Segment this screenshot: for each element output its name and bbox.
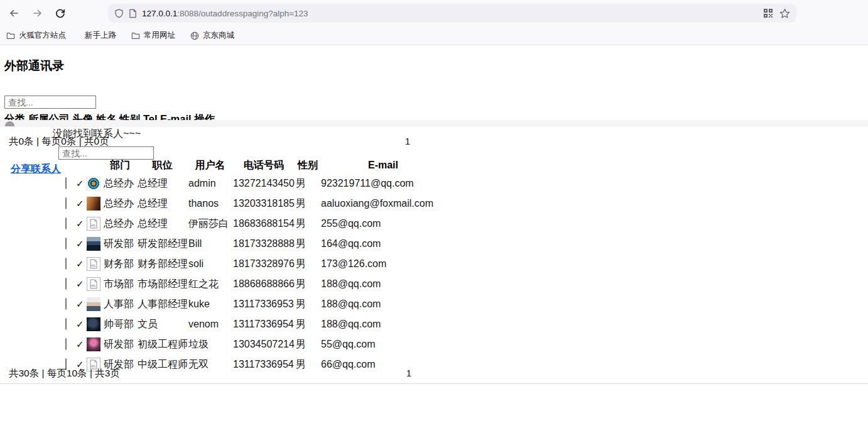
cell-phone: 13203318185 [233, 198, 296, 209]
globe-icon [190, 31, 199, 40]
cell-username: kuke [188, 299, 233, 310]
cell-position: 人事部经理 [138, 298, 188, 311]
check-mark: ✓ [76, 299, 87, 310]
cell-username: 无双 [188, 358, 233, 371]
col-header-phone: 电话号码 [232, 159, 295, 172]
cell-phone: 18868688866 [233, 278, 296, 290]
reload-button[interactable] [52, 4, 69, 22]
broken-image-icon [87, 257, 100, 271]
address-bar[interactable]: 127.0.0.1:8088/outaddresspaging?alph=123 [108, 4, 796, 23]
folder-icon [6, 31, 15, 40]
contact-table-header: 部门 职位 用户名 电话号码 性别 E-mail [65, 158, 446, 172]
browser-chrome: 127.0.0.1:8088/outaddresspaging?alph=123… [0, 0, 868, 45]
bookmark-item[interactable]: 常用网址 [131, 30, 175, 41]
broken-image-icon [87, 217, 100, 231]
cell-position: 中级工程师 [138, 358, 188, 371]
shield-icon[interactable] [114, 9, 124, 18]
cell-username: 伊丽莎白 [188, 217, 233, 231]
cell-email: 173@126.com [321, 258, 386, 270]
back-button[interactable] [5, 4, 23, 22]
cell-position: 总经理 [138, 177, 188, 190]
share-contacts-link[interactable]: 分享联系人 [11, 163, 61, 176]
page-title: 外部通讯录 [4, 58, 64, 74]
table-row: ✓ 研发部 初级工程师 垃圾 13034507214 男 55@qq.com [65, 334, 376, 354]
check-mark: ✓ [76, 339, 87, 350]
cell-gender: 男 [296, 217, 321, 231]
row-checkbox[interactable] [65, 258, 67, 270]
outer-search-input[interactable] [4, 96, 96, 109]
page-info-icon[interactable] [129, 9, 137, 18]
row-checkbox[interactable] [65, 318, 67, 330]
shared-page-number[interactable]: 1 [402, 368, 416, 378]
cell-dept: 研发部 [104, 338, 138, 351]
shared-search-input[interactable] [58, 146, 154, 160]
cell-email: 55@qq.com [321, 339, 376, 350]
check-mark: ✓ [76, 178, 87, 189]
table-row: ✓ 总经办 总经理 admin 13272143450 男 923219711@… [65, 173, 414, 194]
row-checkbox[interactable] [65, 298, 67, 310]
avatar [87, 317, 100, 331]
cell-gender: 男 [296, 278, 321, 291]
row-checkbox[interactable] [65, 217, 67, 229]
broken-image-icon [87, 277, 100, 291]
cell-username: admin [188, 178, 233, 189]
url-host: 127.0.0.1 [142, 9, 177, 18]
cell-email: aaluoxiang@foxmail.com [321, 198, 433, 209]
cell-dept: 财务部 [104, 258, 138, 271]
table-row: ✓ 财务部 财务部经理 soli 18173328976 男 173@126.c… [65, 254, 386, 274]
forward-button[interactable] [29, 4, 46, 22]
row-checkbox[interactable] [65, 338, 67, 350]
col-header-email: E-mail [320, 160, 446, 171]
col-header-gender: 性别 [295, 159, 320, 172]
shared-pagination-summary: 共30条 | 每页10条 | 共3页 [9, 367, 120, 380]
bookmark-item[interactable]: 火狐官方站点 [6, 30, 66, 41]
broken-image-icon [89, 219, 98, 229]
row-checkbox[interactable] [65, 238, 67, 249]
row-checkbox[interactable] [65, 177, 67, 189]
cell-position: 总经理 [138, 217, 188, 231]
cell-dept: 研发部 [104, 238, 138, 251]
table-row: ✓ 总经办 总经理 thanos 13203318185 男 aaluoxian… [65, 194, 433, 214]
col-header-username: 用户名 [188, 159, 232, 172]
cell-gender: 男 [296, 298, 321, 311]
bookmark-label: 京东商城 [203, 30, 234, 41]
col-header-position: 职位 [137, 159, 188, 172]
table-row: ✓ 人事部 人事部经理 kuke 13117336953 男 188@qq.co… [65, 294, 381, 314]
cell-position: 财务部经理 [138, 258, 188, 271]
cell-dept: 总经办 [104, 217, 138, 231]
cell-position: 总经理 [138, 197, 188, 211]
bookmark-star-icon[interactable] [779, 8, 790, 19]
bookmark-item[interactable]: 新手上路 [81, 30, 116, 41]
cell-phone: 18173328976 [233, 258, 296, 270]
bookmark-item[interactable]: 京东商城 [190, 30, 234, 41]
cell-gender: 男 [296, 318, 321, 331]
qr-code-icon[interactable] [763, 8, 773, 18]
cell-position: 初级工程师 [138, 338, 188, 351]
cell-gender: 男 [296, 197, 321, 211]
folder-icon [131, 31, 140, 40]
arrow-right-icon [33, 8, 43, 18]
cell-phone: 18173328888 [233, 238, 296, 249]
avatar [87, 237, 100, 251]
avatar [87, 297, 100, 311]
bookmark-label: 新手上路 [85, 30, 116, 41]
cell-dept: 总经办 [104, 197, 138, 211]
arrow-left-icon [9, 8, 19, 18]
broken-image-icon [89, 279, 98, 289]
cell-email: 923219711@qq.com [321, 178, 414, 189]
cell-position: 市场部经理 [138, 278, 188, 291]
col-header-dept: 部门 [103, 159, 137, 172]
reload-icon [55, 8, 65, 18]
avatar-fragment [5, 121, 14, 126]
check-mark: ✓ [76, 238, 87, 249]
row-checkbox[interactable] [65, 197, 67, 209]
row-checkbox[interactable] [65, 278, 67, 290]
outer-page-number[interactable]: 1 [401, 136, 415, 146]
table-row: ✓ 研发部 研发部经理 Bill 18173328888 男 164@qq.co… [65, 234, 381, 254]
cell-email: 188@qq.com [321, 278, 381, 290]
url-text[interactable]: 127.0.0.1:8088/outaddresspaging?alph=123 [142, 9, 308, 18]
cell-username: 垃圾 [188, 338, 233, 351]
cell-email: 255@qq.com [321, 218, 381, 229]
cell-username: soli [188, 258, 233, 270]
check-mark: ✓ [76, 218, 87, 229]
